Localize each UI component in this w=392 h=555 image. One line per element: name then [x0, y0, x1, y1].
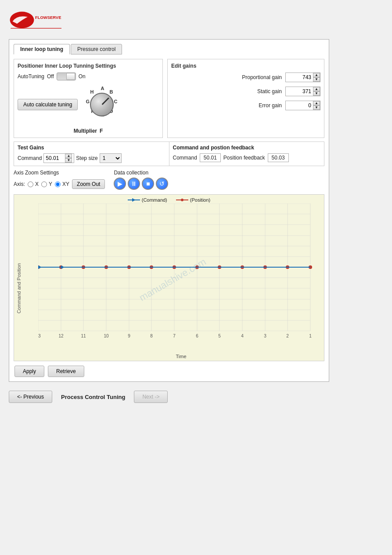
static-gain-input[interactable] [286, 87, 313, 95]
command-down[interactable]: ▼ [65, 158, 72, 163]
next-button[interactable]: Next -> [134, 391, 168, 403]
right-panel: Edit gains Proportional gain ▲ ▼ Static … [167, 59, 324, 138]
dial-label-a: A [101, 86, 104, 91]
chart-area: Command and Position [14, 203, 324, 353]
feedback-command-value: 50.01 [200, 153, 221, 162]
svg-text:12: 12 [58, 334, 64, 338]
autotuning-label: AutoTuning [18, 73, 44, 80]
zoom-out-button[interactable]: Zoom Out [72, 179, 105, 189]
autotuning-toggle[interactable] [57, 73, 76, 80]
tab-inner-loop[interactable]: Inner loop tuning [14, 44, 70, 54]
data-collection-area: Data collection ▶ ⏸ ■ ↺ [114, 170, 168, 190]
radio-y-label: Y [49, 181, 52, 187]
axis-radio-x: X [28, 181, 39, 187]
static-gain-up[interactable]: ▲ [313, 87, 320, 91]
error-gain-label: Error gain [171, 102, 285, 109]
svg-text:9: 9 [128, 334, 130, 338]
svg-text:10: 10 [104, 334, 109, 338]
radio-xy[interactable] [55, 181, 61, 187]
cmd-feedback-title: Command and postion feedback [173, 145, 321, 151]
gain-row-error: Error gain ▲ ▼ [171, 101, 320, 110]
autotuning-off-label: Off [47, 73, 54, 80]
axis-radio-y: Y [41, 181, 52, 187]
legend-command: (Command) [128, 197, 167, 203]
multiplier-row: Multiplier F [18, 128, 159, 134]
bottom-buttons: Apply Retrieve [14, 366, 324, 377]
x-axis-label: Time [14, 353, 324, 361]
command-up[interactable]: ▲ [65, 154, 72, 158]
radio-x[interactable] [28, 181, 33, 187]
error-gain-down[interactable]: ▼ [313, 105, 320, 110]
right-section-title: Edit gains [171, 63, 320, 69]
command-input-wrap: ▲ ▼ [43, 153, 74, 163]
previous-button[interactable]: <- Previous [9, 391, 52, 403]
legend-command-label: (Command) [142, 197, 167, 203]
proportional-gain-input-wrap: ▲ ▼ [285, 73, 320, 82]
svg-text:6: 6 [196, 334, 198, 338]
dial-label-b: B [109, 89, 113, 94]
test-cmd-row: Test Gains Command ▲ ▼ Step size 1 2 [14, 141, 324, 166]
autotuning-on-label: On [79, 73, 86, 80]
error-gain-input[interactable] [286, 102, 313, 109]
dc-pause-button[interactable]: ⏸ [128, 178, 140, 190]
svg-text:5: 5 [218, 334, 221, 338]
dc-refresh-button[interactable]: ↺ [156, 178, 168, 190]
axis-label: Axis: [14, 181, 25, 187]
dc-play-button[interactable]: ▶ [114, 178, 126, 190]
error-gain-up[interactable]: ▲ [313, 101, 320, 105]
position-feedback-label: Position feedback [223, 155, 265, 161]
static-gain-label: Static gain [171, 88, 285, 94]
multiplier-value: F [100, 128, 103, 134]
page-wrapper: FLOWSERVE Inner loop tuning Pressure con… [0, 0, 392, 555]
left-panel: Positioner Inner Loop Tunning Settings A… [14, 59, 163, 138]
proportional-gain-input[interactable] [286, 73, 313, 81]
svg-text:7: 7 [173, 334, 176, 338]
gain-row-static: Static gain ▲ ▼ [171, 87, 320, 96]
svg-text:1: 1 [309, 334, 312, 338]
nav-bar: <- Previous Process Control Tuning Next … [9, 391, 383, 403]
svg-text:2: 2 [286, 334, 289, 338]
legend-command-icon [128, 198, 140, 202]
axis-zoom-controls: Axis: X Y XY Zoom Out [14, 179, 105, 189]
dial-needle [101, 97, 109, 105]
test-gains-section: Test Gains Command ▲ ▼ Step size 1 2 [14, 141, 169, 166]
axis-zoom-title: Axis Zoom Settings [14, 170, 59, 176]
test-gains-fields: Command ▲ ▼ Step size 1 2 5 10 [18, 153, 165, 163]
step-size-select[interactable]: 1 2 5 10 [100, 153, 122, 163]
command-input[interactable] [44, 154, 65, 162]
proportional-gain-up[interactable]: ▲ [313, 73, 320, 77]
static-gain-spinners: ▲ ▼ [313, 87, 320, 96]
svg-point-7 [181, 199, 183, 201]
tab-bar: Inner loop tuning Pressure control [14, 44, 324, 54]
static-gain-down[interactable]: ▼ [313, 91, 320, 96]
y-axis-label: Command and Position [16, 263, 43, 313]
auto-calc-button[interactable]: Auto calculate tuning [18, 99, 78, 110]
main-panel: Inner loop tuning Pressure control Posit… [9, 39, 329, 382]
proportional-gain-down[interactable]: ▼ [313, 77, 320, 82]
tab-pressure-control[interactable]: Pressure control [71, 44, 122, 54]
nav-title: Process Control Tuning [61, 394, 125, 400]
radio-x-label: X [35, 181, 39, 187]
axis-zoom-area: Axis Zoom Settings Axis: X Y XY [14, 170, 105, 189]
chart-container: (Command) (Position) Command and Positio… [14, 194, 324, 361]
axis-data-row: Axis Zoom Settings Axis: X Y XY [14, 170, 324, 190]
chart-legend: (Command) (Position) [14, 195, 324, 203]
toggle-knob [66, 73, 75, 80]
step-size-label: Step size [76, 155, 97, 161]
dial-container: A B C D E F G H [82, 85, 122, 124]
feedback-command-label: Command [173, 155, 197, 161]
legend-position: (Position) [176, 197, 210, 203]
autotuning-row: AutoTuning Off On [18, 73, 159, 80]
chart-svg: -10 0 10 20 30 40 50 60 70 80 90 100 110… [38, 203, 315, 340]
svg-text:FLOWSERVE: FLOWSERVE [35, 15, 61, 20]
radio-y[interactable] [41, 181, 47, 187]
dc-stop-button[interactable]: ■ [142, 178, 154, 190]
command-spinners: ▲ ▼ [65, 154, 72, 163]
svg-marker-5 [132, 198, 136, 202]
retrieve-button[interactable]: Retrieve [48, 366, 84, 377]
proportional-gain-label: Proportional gain [171, 74, 285, 80]
dial-label-h: H [90, 89, 94, 94]
command-label: Command [18, 155, 42, 161]
apply-button[interactable]: Apply [14, 366, 44, 377]
svg-text:13: 13 [38, 334, 41, 338]
